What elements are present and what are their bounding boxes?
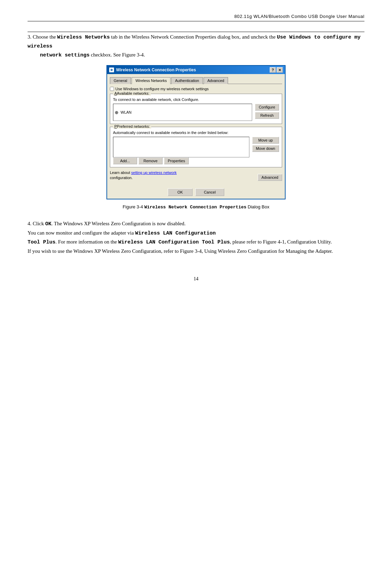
available-sublabel: To connect to an available network, clic… (113, 97, 279, 102)
move-up-button[interactable]: Move up (252, 137, 279, 144)
step3-wireless-networks: Wireless Networks (57, 34, 110, 40)
step3-text-middle: tab in the Wireless Network Connection P… (110, 34, 277, 40)
add-remove-row: Add... Remove Properties (113, 157, 279, 164)
learn-text: Learn about setting up wireless network … (110, 170, 177, 181)
network-name: WLAN (121, 110, 132, 114)
network-wifi-icon: ⊕ (115, 110, 118, 115)
figure-caption-bold: Wireless Network Connection Properties (144, 205, 246, 210)
learn-link[interactable]: setting up wireless network (131, 170, 177, 175)
header-title: 802.11g WLAN/Bluetooth Combo USB Dongle … (234, 14, 364, 19)
step4-tool-bold2: Wireless LAN Configuration Tool Plus (118, 239, 230, 245)
dialog-container: ⊕ Wireless Network Connection Properties… (106, 65, 286, 199)
dialog-icon: ⊕ (109, 68, 114, 72)
available-list: ⊕ WLAN (113, 104, 252, 121)
remove-button[interactable]: Remove (138, 157, 163, 164)
step-4: 4. Click OK. The Windows XP Wireless Zer… (28, 219, 364, 256)
learn-text-line2: configuration. (110, 176, 133, 180)
help-button[interactable]: ? (270, 67, 276, 73)
figure-caption-prefix: Figure 3-4 (123, 204, 144, 209)
tab-bar: General Wireless Networks Authentication… (110, 77, 282, 84)
ok-button[interactable]: OK (168, 188, 193, 196)
preferred-legend: PPreferred networks: (113, 124, 151, 128)
tab-authentication[interactable]: Authentication (171, 77, 203, 84)
preferred-row: Move up Move down (113, 137, 279, 157)
step4-tool-text3: Tool Plus (28, 239, 55, 245)
close-button[interactable]: ✕ (277, 67, 283, 73)
step3-text-before: 3. Choose the (28, 34, 57, 40)
step4-text6: If you wish to use the Windows XP Wirele… (28, 248, 333, 254)
step4-ok-bold: OK (45, 221, 51, 227)
available-buttons: Configure Refresh (255, 104, 279, 119)
step-3: 3. Choose the Wireless Networks tab in t… (28, 33, 364, 210)
refresh-button[interactable]: Refresh (255, 112, 279, 119)
page-header: 802.11g WLAN/Bluetooth Combo USB Dongle … (28, 14, 364, 21)
dialog-box: ⊕ Wireless Network Connection Properties… (106, 65, 286, 199)
checkbox-label: Use Windows to configure my wireless net… (115, 87, 209, 91)
advanced-button[interactable]: Advanced (258, 174, 282, 181)
figure-caption: Figure 3-4 Wireless Network Connection P… (28, 204, 364, 210)
dialog-titlebar: ⊕ Wireless Network Connection Properties… (107, 66, 285, 74)
cancel-button[interactable]: Cancel (195, 188, 224, 196)
figure-caption-suffix: Dialog Box (246, 204, 269, 209)
step4-number: 4. Click (28, 221, 45, 226)
step3-paragraph: 3. Choose the Wireless Networks tab in t… (28, 33, 364, 60)
dialog-body: General Wireless Networks Authentication… (107, 74, 285, 186)
properties-button[interactable]: Properties (164, 157, 189, 164)
preferred-list (113, 137, 249, 157)
step4-text4: . For more information on the (55, 239, 118, 245)
tab-wireless-networks[interactable]: Wireless Networks (132, 77, 171, 84)
titlebar-buttons[interactable]: ? ✕ (270, 67, 283, 73)
page-number: 14 (28, 276, 364, 282)
learn-row: Learn about setting up wireless network … (110, 170, 282, 181)
tab-general[interactable]: General (110, 77, 131, 84)
dialog-footer: OK Cancel (107, 186, 285, 199)
add-button[interactable]: Add... (113, 157, 137, 164)
preferred-section: PPreferred networks: Automatically conne… (110, 127, 282, 167)
checkbox-row: Use Windows to configure my wireless net… (110, 87, 282, 91)
preferred-move-buttons: Move up Move down (252, 137, 279, 152)
available-row: ⊕ WLAN Configure Refresh (113, 104, 279, 121)
step4-tool-bold1: Wireless LAN Configuration (135, 230, 216, 236)
step4-paragraph: 4. Click OK. The Windows XP Wireless Zer… (28, 219, 364, 256)
step4-text5: , please refer to Figure 4-1, Configurat… (230, 239, 332, 245)
move-down-button[interactable]: Move down (252, 145, 279, 152)
preferred-sublabel: Automatically connect to available netwo… (113, 131, 279, 135)
available-section: AAvailable networks: To connect to an av… (110, 94, 282, 124)
learn-text-line1: Learn about (110, 170, 131, 175)
titlebar-left: ⊕ Wireless Network Connection Properties (109, 68, 196, 72)
preferred-content: Automatically connect to available netwo… (113, 131, 279, 164)
dialog-title: Wireless Network Connection Properties (116, 68, 196, 72)
step4-text1: . The Windows XP Wireless Zero Configura… (51, 221, 185, 226)
step4-text2: You can now monitor and configure the ad… (28, 230, 135, 236)
step3-text-after: checkbox. See Figure 3-4. (90, 52, 145, 58)
available-content: To connect to an available network, clic… (113, 97, 279, 121)
configure-button[interactable]: Configure (255, 104, 279, 111)
use-windows-checkbox[interactable] (110, 87, 114, 91)
available-legend: AAvailable networks: (113, 91, 151, 95)
tab-advanced[interactable]: Advanced (204, 77, 228, 84)
